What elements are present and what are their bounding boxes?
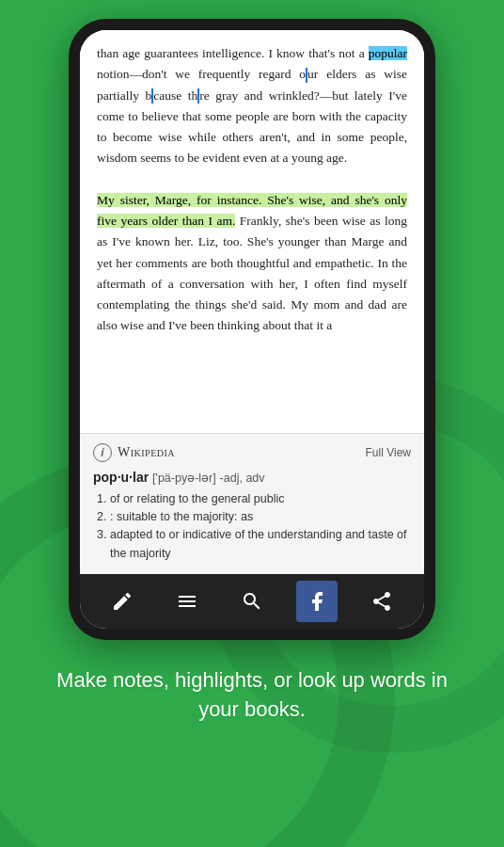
caption-text: Make notes, highlights, or look up words… bbox=[38, 666, 466, 725]
word-headword: pop·u·lar bbox=[93, 470, 149, 485]
search-icon bbox=[241, 590, 263, 613]
facebook-icon bbox=[306, 590, 328, 613]
text-cursor-3 bbox=[197, 88, 199, 104]
pencil-button[interactable] bbox=[102, 581, 143, 622]
pencil-icon bbox=[111, 590, 134, 613]
word-entry: pop·u·lar ['pä-pyə-lər] -adj, adv bbox=[93, 470, 411, 485]
menu-button[interactable] bbox=[166, 581, 208, 622]
word-pronunciation: ['pä-pyə-lər] bbox=[152, 471, 216, 485]
phone-frame: than age guarantees intelligence. I know… bbox=[69, 19, 435, 640]
text-cursor-2 bbox=[151, 88, 153, 104]
wiki-header: i Wikipedia Full View bbox=[93, 443, 411, 462]
definitions-list: of or relating to the general public : s… bbox=[93, 490, 411, 564]
text-cursor bbox=[306, 68, 307, 83]
definition-2: : suitable to the majority: as bbox=[110, 508, 411, 526]
word-pos: -adj, adv bbox=[220, 471, 265, 485]
share-button[interactable] bbox=[361, 581, 402, 622]
menu-icon bbox=[176, 590, 198, 613]
phone-screen: than age guarantees intelligence. I know… bbox=[80, 30, 424, 629]
wiki-title: Wikipedia bbox=[118, 445, 175, 460]
caption-area: Make notes, highlights, or look up words… bbox=[0, 640, 504, 743]
wiki-header-left: i Wikipedia bbox=[93, 443, 175, 462]
definition-3: adapted to or indicative of the understa… bbox=[110, 526, 411, 563]
book-text: than age guarantees intelligence. I know… bbox=[97, 43, 407, 337]
wikipedia-panel: i Wikipedia Full View pop·u·lar ['pä-pyə… bbox=[80, 433, 424, 575]
highlighted-word-popular[interactable]: popular bbox=[369, 46, 407, 60]
info-icon[interactable]: i bbox=[93, 443, 112, 462]
book-content: than age guarantees intelligence. I know… bbox=[80, 30, 424, 433]
green-highlight: My sister, Marge, for instance. She's wi… bbox=[97, 193, 407, 228]
definition-1: of or relating to the general public bbox=[110, 490, 411, 508]
full-view-button[interactable]: Full View bbox=[366, 446, 411, 459]
share-icon bbox=[370, 590, 393, 613]
search-button[interactable] bbox=[231, 581, 273, 622]
facebook-button[interactable] bbox=[296, 581, 338, 622]
bottom-toolbar bbox=[80, 574, 424, 629]
